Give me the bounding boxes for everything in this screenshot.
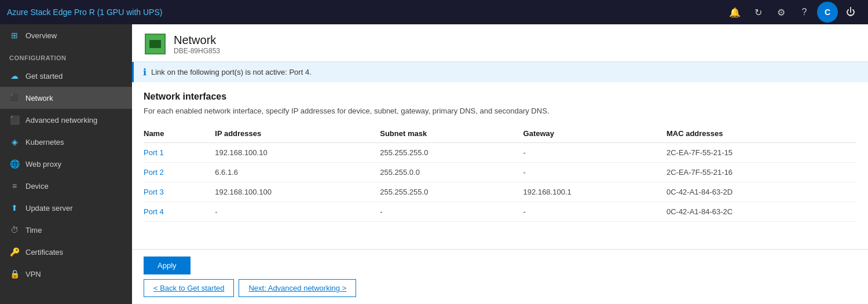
- ip-cell: 192.168.100.100: [215, 182, 380, 202]
- sidebar-label-get-started: Get started: [25, 72, 63, 80]
- clock-icon: ⏱: [9, 225, 20, 235]
- gateway-cell: 192.168.100.1: [523, 182, 666, 202]
- globe-icon: 🌐: [9, 159, 20, 169]
- network-device-image: [145, 34, 166, 54]
- mac-cell: 2C-EA-7F-55-21-16: [666, 163, 856, 182]
- back-button[interactable]: < Back to Get started: [144, 279, 234, 297]
- app-title: Azure Stack Edge Pro R (1 GPU with UPS): [7, 8, 724, 17]
- gateway-cell: -: [523, 163, 666, 182]
- ip-cell: 6.6.1.6: [215, 163, 380, 182]
- table-row: Port 3192.168.100.100255.255.255.0192.16…: [144, 182, 856, 202]
- bars-icon: ≡: [9, 181, 20, 191]
- sidebar-item-network[interactable]: ⬛ Network: [0, 87, 132, 109]
- gear-icon[interactable]: ⚙: [771, 2, 792, 23]
- power-icon[interactable]: ⏻: [840, 2, 861, 23]
- info-banner-text: Link on the following port(s) is not act…: [151, 68, 312, 76]
- sidebar-label-vpn: VPN: [25, 270, 41, 279]
- next-button[interactable]: Next: Advanced networking >: [239, 279, 356, 297]
- page-subtitle: DBE-89HG853: [174, 47, 220, 55]
- col-header-name: Name: [144, 124, 215, 143]
- col-header-subnet: Subnet mask: [380, 124, 523, 143]
- footer-nav: < Back to Get started Next: Advanced net…: [144, 279, 856, 297]
- sidebar-label-update-server: Update server: [25, 204, 73, 213]
- grid-icon: ⊞: [9, 30, 20, 41]
- network-table: Name IP addresses Subnet mask Gateway MA…: [144, 124, 856, 222]
- content-area: Network DBE-89HG853 ℹ Link on the follow…: [132, 24, 868, 304]
- col-header-gateway: Gateway: [523, 124, 666, 143]
- network-adv-icon: ⬛: [9, 115, 20, 125]
- sidebar-label-overview: Overview: [25, 31, 57, 40]
- sidebar-label-device: Device: [25, 182, 49, 191]
- sidebar-label-time: Time: [25, 226, 42, 235]
- port-link[interactable]: Port 4: [144, 207, 164, 216]
- subnet-cell: 255.255.255.0: [380, 143, 523, 163]
- page-header-icon: [144, 32, 167, 56]
- col-header-ip: IP addresses: [215, 124, 380, 143]
- info-icon: ℹ: [143, 67, 147, 78]
- network-icon: ⬛: [9, 93, 20, 103]
- user-icon[interactable]: C: [817, 2, 838, 23]
- sidebar-section-label: CONFIGURATION: [0, 46, 132, 65]
- sidebar-item-update-server[interactable]: ⬆ Update server: [0, 197, 132, 219]
- table-row: Port 1192.168.100.10255.255.255.0-2C-EA-…: [144, 143, 856, 163]
- subnet-cell: 255.255.0.0: [380, 163, 523, 182]
- sidebar-item-overview[interactable]: ⊞ Overview: [0, 24, 132, 46]
- lock-icon: 🔒: [9, 269, 20, 279]
- sidebar-label-network: Network: [25, 94, 53, 102]
- cube-icon: ◈: [9, 137, 20, 147]
- apply-button[interactable]: Apply: [144, 257, 191, 274]
- sidebar-item-device[interactable]: ≡ Device: [0, 175, 132, 197]
- arrow-up-circle-icon: ⬆: [9, 203, 20, 213]
- topbar: Azure Stack Edge Pro R (1 GPU with UPS) …: [0, 0, 868, 24]
- sidebar-item-web-proxy[interactable]: 🌐 Web proxy: [0, 153, 132, 175]
- bell-icon[interactable]: 🔔: [724, 2, 745, 23]
- sidebar-label-certificates: Certificates: [25, 248, 63, 257]
- mac-cell: 0C-42-A1-84-63-2C: [666, 202, 856, 222]
- table-row: Port 4---0C-42-A1-84-63-2C: [144, 202, 856, 222]
- sidebar-item-time[interactable]: ⏱ Time: [0, 219, 132, 241]
- section-desc: For each enabled network interface, spec…: [144, 107, 856, 115]
- subnet-cell: 255.255.255.0: [380, 182, 523, 202]
- help-icon[interactable]: ?: [794, 2, 815, 23]
- table-row: Port 26.6.1.6255.255.0.0-2C-EA-7F-55-21-…: [144, 163, 856, 182]
- refresh-icon[interactable]: ↻: [748, 2, 768, 23]
- info-banner: ℹ Link on the following port(s) is not a…: [132, 62, 868, 82]
- sidebar-item-advanced-networking[interactable]: ⬛ Advanced networking: [0, 109, 132, 131]
- gateway-cell: -: [523, 143, 666, 163]
- sidebar-item-kubernetes[interactable]: ◈ Kubernetes: [0, 131, 132, 153]
- sidebar-item-vpn[interactable]: 🔒 VPN: [0, 263, 132, 285]
- port-link[interactable]: Port 3: [144, 188, 164, 196]
- sidebar-label-kubernetes: Kubernetes: [25, 138, 64, 146]
- gateway-cell: -: [523, 202, 666, 222]
- subnet-cell: -: [380, 202, 523, 222]
- ip-cell: -: [215, 202, 380, 222]
- port-link[interactable]: Port 1: [144, 148, 164, 157]
- sidebar-item-get-started[interactable]: ☁ Get started: [0, 65, 132, 87]
- mac-cell: 0C-42-A1-84-63-2D: [666, 182, 856, 202]
- page-title: Network: [174, 34, 220, 47]
- certificate-icon: 🔑: [9, 247, 20, 257]
- port-link[interactable]: Port 2: [144, 168, 164, 177]
- page-header-text: Network DBE-89HG853: [174, 34, 220, 55]
- sidebar: ⊞ Overview CONFIGURATION ☁ Get started ⬛…: [0, 24, 132, 304]
- topbar-icons: 🔔 ↻ ⚙ ? C ⏻: [724, 2, 861, 23]
- cloud-upload-icon: ☁: [9, 71, 20, 81]
- mac-cell: 2C-EA-7F-55-21-15: [666, 143, 856, 163]
- ip-cell: 192.168.100.10: [215, 143, 380, 163]
- sidebar-label-web-proxy: Web proxy: [25, 160, 61, 169]
- section-title: Network interfaces: [144, 91, 856, 102]
- content-footer: Apply < Back to Get started Next: Advanc…: [132, 249, 868, 304]
- content-body: Network interfaces For each enabled netw…: [132, 82, 868, 249]
- sidebar-label-advanced-networking: Advanced networking: [25, 116, 97, 124]
- sidebar-item-certificates[interactable]: 🔑 Certificates: [0, 241, 132, 263]
- col-header-mac: MAC addresses: [666, 124, 856, 143]
- page-header: Network DBE-89HG853: [132, 24, 868, 62]
